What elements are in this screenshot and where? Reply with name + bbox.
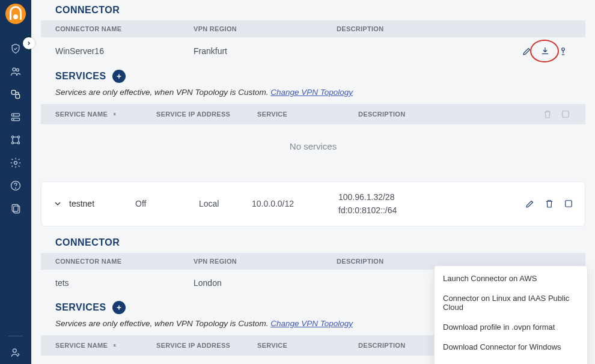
sidebar-expand-button[interactable] <box>23 37 35 49</box>
services-hint: Services are only effective, when VPN To… <box>41 88 585 104</box>
connector-title: CONNECTOR <box>55 237 120 248</box>
account-icon[interactable] <box>9 346 22 359</box>
col-service-name[interactable]: Service Name ▲▼ <box>55 111 156 118</box>
col-connector-name: Connector Name <box>55 25 194 32</box>
network-name: testnet <box>69 199 135 208</box>
connector-row-actions <box>522 46 571 56</box>
menu-linux-iaas[interactable]: Connector on Linux and IAAS Public Cloud <box>435 288 587 317</box>
change-topology-link[interactable]: Change VPN Topology <box>270 88 353 97</box>
col-service-desc: Description <box>358 111 542 118</box>
download-icon[interactable] <box>540 46 551 56</box>
network-card[interactable]: testnet Off Local 10.0.0.0/12 100.96.1.3… <box>41 181 585 226</box>
services-hint-text: Services are only effective, when VPN To… <box>55 319 270 328</box>
connector-heading: CONNECTOR <box>41 0 585 20</box>
svg-point-6 <box>13 115 14 115</box>
menu-launch-aws[interactable]: Launch Connector on AWS <box>435 268 587 288</box>
network-status: Off <box>135 199 199 208</box>
network-addr-v4: 100.96.1.32/28 <box>338 190 441 204</box>
svg-point-0 <box>13 68 16 71</box>
services-title: SERVICES <box>55 302 106 313</box>
change-topology-link[interactable]: Change VPN Topology <box>270 319 353 328</box>
brand-logo <box>5 4 26 24</box>
add-service-button[interactable] <box>112 70 126 83</box>
edit-icon[interactable] <box>525 198 536 209</box>
svg-point-7 <box>13 119 14 120</box>
svg-point-12 <box>14 162 17 165</box>
svg-rect-3 <box>16 94 20 99</box>
services-table-header: Service Name ▲▼ Service IP Address Servi… <box>41 104 585 124</box>
connector-region-cell: London <box>194 278 337 288</box>
sidebar <box>0 0 31 364</box>
connector-name-cell: tets <box>55 278 194 288</box>
connector-heading: CONNECTOR <box>41 232 585 253</box>
col-description: Description <box>337 258 571 265</box>
col-vpn-region: VPN Region <box>194 258 337 265</box>
connector-name-cell: WinServer16 <box>55 46 194 56</box>
col-service: Service <box>257 111 358 118</box>
topology-icon[interactable] <box>9 133 22 147</box>
col-service: Service <box>257 342 358 349</box>
svg-point-8 <box>11 136 13 138</box>
col-service-ip: Service IP Address <box>156 111 257 118</box>
connector-region-cell: Frankfurt <box>194 46 337 56</box>
network-location: Local <box>199 199 252 208</box>
svg-point-11 <box>17 142 19 144</box>
services-title: SERVICES <box>55 71 106 82</box>
menu-windows-connector[interactable]: Download Connector for Windows <box>435 337 587 357</box>
col-vpn-region: VPN Region <box>194 25 337 32</box>
trash-icon[interactable] <box>542 109 553 120</box>
svg-rect-4 <box>11 114 19 116</box>
svg-point-14 <box>16 188 16 189</box>
connector-title: CONNECTOR <box>55 5 120 16</box>
deploy-icon[interactable] <box>558 46 569 56</box>
svg-point-1 <box>16 68 19 71</box>
svg-rect-20 <box>566 201 572 207</box>
svg-point-17 <box>13 349 16 353</box>
svg-point-10 <box>11 142 13 144</box>
hosts-icon[interactable] <box>9 111 22 124</box>
services-heading: SERVICES <box>41 65 585 88</box>
svg-rect-5 <box>11 118 19 121</box>
checkbox-icon[interactable] <box>560 109 571 120</box>
users-icon[interactable] <box>9 65 22 78</box>
menu-mac-connector[interactable]: Download Connector for Mac <box>435 357 587 364</box>
connector-row: WinServer16 Frankfurt <box>41 37 585 65</box>
trash-icon[interactable] <box>544 198 555 209</box>
svg-rect-15 <box>12 204 18 211</box>
network-addresses: 100.96.1.32/28 fd:0:0:8102::/64 <box>338 190 441 217</box>
col-connector-name: Connector Name <box>55 258 194 265</box>
svg-point-18 <box>562 48 565 51</box>
svg-rect-2 <box>11 90 16 94</box>
sidebar-divider <box>8 336 23 336</box>
chevron-down-icon[interactable] <box>52 198 63 209</box>
col-description: Description <box>337 25 571 32</box>
docs-icon[interactable] <box>9 202 22 215</box>
svg-point-9 <box>17 136 19 138</box>
col-service-name[interactable]: Service Name ▲▼ <box>55 342 156 349</box>
shield-icon[interactable] <box>9 42 22 55</box>
no-services-message: No services <box>41 124 585 168</box>
connector-table-header: Connector Name VPN Region Description <box>41 20 585 37</box>
network-cidr: 10.0.0.0/12 <box>252 199 338 208</box>
menu-ovpn-profile[interactable]: Download profile in .ovpn format <box>435 317 587 337</box>
networks-icon[interactable] <box>9 88 22 101</box>
col-service-ip: Service IP Address <box>156 342 257 349</box>
help-icon[interactable] <box>9 179 22 192</box>
svg-rect-19 <box>563 111 569 118</box>
connector-download-menu: Launch Connector on AWS Connector on Lin… <box>434 265 588 364</box>
services-hint-text: Services are only effective, when VPN To… <box>55 88 270 97</box>
network-addr-v6: fd:0:0:8102::/64 <box>338 204 441 217</box>
network-actions <box>525 198 574 209</box>
svg-rect-16 <box>14 206 20 213</box>
edit-icon[interactable] <box>522 46 532 56</box>
settings-icon[interactable] <box>9 156 22 169</box>
add-service-button[interactable] <box>112 301 126 314</box>
copy-icon[interactable] <box>563 198 574 209</box>
